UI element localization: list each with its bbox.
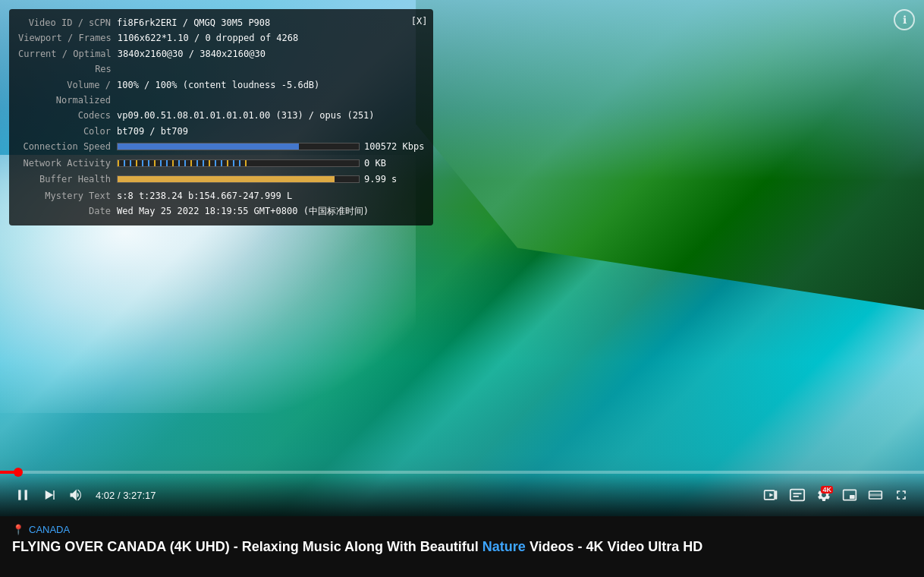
svg-marker-2 xyxy=(46,490,54,500)
debug-label-codecs: Codecs xyxy=(18,108,117,123)
video-info-section: 📍 CANADA FLYING OVER CANADA (4K UHD) - R… xyxy=(0,516,924,577)
debug-value-viewport: 1106x622*1.10 / 0 dropped of 4268 xyxy=(118,30,425,46)
video-title-main: FLYING OVER CANADA (4K UHD) - Relaxing M… xyxy=(12,539,482,554)
miniplayer-button[interactable] xyxy=(839,484,860,506)
location-icon: 📍 xyxy=(12,524,24,535)
svg-rect-1 xyxy=(25,490,27,500)
controls-bar: 4:02 / 3:27:17 xyxy=(0,474,924,516)
debug-row-color: Color bt709 / bt709 xyxy=(18,124,424,139)
volume-button[interactable] xyxy=(65,484,86,506)
svg-rect-3 xyxy=(53,490,55,500)
debug-label-mystery: Mystery Text xyxy=(18,188,117,203)
debug-row-res: Current / OptimalRes 3840x2160@30 / 3840… xyxy=(18,46,424,77)
debug-value-codecs: vp09.00.51.08.01.01.01.01.00 (313) / opu… xyxy=(117,108,424,123)
debug-value-buffer: 9.99 s xyxy=(117,172,424,188)
play-pause-button[interactable] xyxy=(12,484,33,506)
scenery-land xyxy=(416,0,924,310)
debug-value-network: 0 KB xyxy=(117,156,424,172)
debug-value-videoid: fi8F6rk2ERI / QMGQ 30M5 P908 xyxy=(117,15,424,30)
subtitles-button[interactable] xyxy=(786,484,809,506)
debug-label-volume: Volume /Normalized xyxy=(18,77,117,109)
video-title: FLYING OVER CANADA (4K UHD) - Relaxing M… xyxy=(12,538,912,556)
theater-button[interactable] xyxy=(865,484,886,506)
debug-row-speed: Connection Speed 100572 Kbps xyxy=(18,139,424,156)
fullscreen-button[interactable] xyxy=(891,484,912,506)
info-button[interactable]: ℹ xyxy=(894,9,915,30)
debug-value-speed: 100572 Kbps xyxy=(117,139,424,156)
channel-name[interactable]: CANADA xyxy=(29,524,70,535)
debug-label-buffer: Buffer Health xyxy=(18,172,117,188)
debug-value-date: Wed May 25 2022 18:19:55 GMT+0800 (中国标准时… xyxy=(117,203,424,219)
settings-button[interactable]: 4K xyxy=(813,484,834,506)
channel-row: 📍 CANADA xyxy=(12,524,912,535)
debug-label-res: Current / OptimalRes xyxy=(18,46,118,77)
debug-row-network: Network Activity xyxy=(18,156,424,172)
debug-label-viewport: Viewport / Frames xyxy=(18,30,118,46)
settings-quality-badge: 4K xyxy=(821,486,833,493)
debug-row-date: Date Wed May 25 2022 18:19:55 GMT+0800 (… xyxy=(18,203,424,219)
debug-value-res: 3840x2160@30 / 3840x2160@30 xyxy=(118,46,425,77)
debug-row-codecs: Codecs vp09.00.51.08.01.01.01.01.00 (313… xyxy=(18,108,424,123)
debug-row-videoid: Video ID / sCPN fi8F6rk2ERI / QMGQ 30M5 … xyxy=(18,15,424,30)
svg-rect-0 xyxy=(18,490,20,500)
debug-label-speed: Connection Speed xyxy=(18,139,117,156)
svg-rect-8 xyxy=(790,490,804,501)
network-activity-bar xyxy=(117,159,360,167)
debug-label-network: Network Activity xyxy=(18,156,117,172)
debug-label-date: Date xyxy=(18,203,117,219)
video-title-end: Videos - 4K Video Ultra HD xyxy=(526,539,702,554)
svg-rect-12 xyxy=(850,495,855,499)
network-bar-ticks xyxy=(118,160,251,166)
debug-value-mystery: s:8 t:238.24 b:154.667-247.999 L xyxy=(117,188,424,203)
debug-row-viewport: Viewport / Frames 1106x622*1.10 / 0 drop… xyxy=(18,30,424,46)
video-player[interactable]: [X] Video ID / sCPN fi8F6rk2ERI / QMGQ 3… xyxy=(0,0,924,516)
svg-rect-7 xyxy=(775,490,778,500)
debug-label-color: Color xyxy=(18,124,117,139)
debug-stats-overlay: [X] Video ID / sCPN fi8F6rk2ERI / QMGQ 3… xyxy=(9,9,433,225)
time-display: 4:02 / 3:27:17 xyxy=(96,490,156,501)
video-title-highlight: Nature xyxy=(482,539,526,554)
debug-row-buffer: Buffer Health 9.99 s xyxy=(18,172,424,188)
debug-value-volume: 100% / 100% (content loudness -5.6dB) xyxy=(117,77,424,109)
connection-speed-bar xyxy=(117,143,360,150)
next-button[interactable] xyxy=(39,485,59,505)
debug-label-videoid: Video ID / sCPN xyxy=(18,15,117,30)
debug-row-mystery: Mystery Text s:8 t:238.24 b:154.667-247.… xyxy=(18,188,424,203)
svg-marker-4 xyxy=(71,490,77,501)
debug-close-button[interactable]: [X] xyxy=(411,14,428,29)
buffer-health-bar xyxy=(117,175,360,183)
svg-marker-6 xyxy=(769,493,773,497)
debug-row-volume: Volume /Normalized 100% / 100% (content … xyxy=(18,77,424,109)
autoplay-button[interactable] xyxy=(760,484,781,506)
svg-rect-14 xyxy=(869,493,882,496)
right-controls: 4K xyxy=(760,484,912,506)
debug-value-color: bt709 / bt709 xyxy=(117,124,424,139)
